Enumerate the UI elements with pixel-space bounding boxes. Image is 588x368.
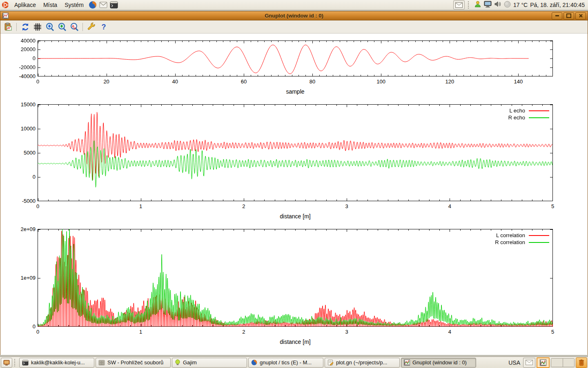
legend-label: L echo [509, 108, 525, 114]
y-tick-label: 5000 [1, 150, 36, 156]
help-icon: ? [99, 22, 108, 31]
configure-button[interactable] [86, 22, 97, 32]
wrench-icon [87, 22, 96, 31]
y-tick-label: 10000 [1, 126, 36, 132]
legend-label: R echo [508, 114, 525, 121]
x-tick-label: 40 [159, 79, 192, 85]
x-tick-label: 3 [330, 203, 363, 209]
x-tick-label: 20 [90, 79, 123, 85]
toolbar-separator [82, 23, 83, 31]
weather-icon[interactable] [504, 1, 511, 9]
applet-handle[interactable] [468, 1, 471, 9]
mail-notification-icon[interactable] [453, 0, 465, 9]
mail-launcher-icon[interactable] [99, 0, 108, 9]
menu-system[interactable]: Systém [61, 0, 87, 10]
x-tick-label: 4 [433, 203, 466, 209]
task-button-3[interactable]: Gajim [172, 358, 247, 368]
show-desktop-icon [3, 360, 10, 366]
toggle-grid-button[interactable] [32, 22, 43, 32]
svg-text:?: ? [101, 23, 106, 31]
trash-applet[interactable] [576, 357, 587, 368]
replot-button[interactable] [20, 22, 31, 32]
legend-line-swatch [529, 110, 549, 111]
x-tick-label: 100 [365, 79, 397, 85]
y-tick-label: 0 [1, 174, 36, 180]
workspace-1[interactable] [551, 359, 563, 367]
applet-handle[interactable] [14, 359, 17, 366]
y-tick-label: 40000 [1, 38, 36, 44]
volume-icon[interactable] [494, 1, 501, 9]
menu-places[interactable]: Místa [40, 0, 61, 10]
y-tick-label: 2e+09 [1, 226, 36, 232]
show-desktop-button[interactable] [1, 358, 12, 368]
legend-label: R correlation [495, 239, 525, 245]
x-axis-label: sample [254, 88, 336, 95]
x-tick-label: 80 [296, 79, 329, 85]
window-list: kaklik@kaklik-kolej-u...SW - Prohlížeč s… [19, 358, 476, 368]
y-tick-label: 15000 [1, 101, 36, 108]
window-title: Gnuplot (window id : 0) [0, 13, 588, 19]
firefox-launcher-icon[interactable] [88, 0, 97, 9]
x-tick-label: 60 [227, 79, 260, 85]
task-button-label: kaklik@kaklik-kolej-u... [31, 359, 85, 366]
temperature-label: 17 °C [513, 2, 528, 8]
task-button-1[interactable]: kaklik@kaklik-kolej-u... [19, 358, 94, 368]
desktop-screen: Aplikace Místa Systém [0, 0, 588, 368]
file-manager-icon [98, 360, 105, 366]
zoom-previous-button[interactable] [44, 22, 55, 32]
task-button-label: Gnuplot (window id : 0) [412, 359, 467, 366]
help-button[interactable]: ? [98, 22, 109, 32]
gnome-top-panel: Aplikace Místa Systém [0, 0, 588, 10]
autoscale-button[interactable] [69, 22, 80, 32]
text-editor-icon [327, 359, 334, 366]
x-tick-label: 2 [227, 329, 260, 335]
x-axis-label: distance [m] [254, 213, 336, 220]
legend-line-swatch [529, 117, 549, 118]
x-tick-label: 0 [22, 79, 54, 85]
task-button-label: plot.gn (~/projects/p... [336, 359, 387, 366]
zoom-next-button[interactable] [56, 22, 67, 32]
ubuntu-logo-icon[interactable] [1, 0, 10, 9]
panel-tray-area: 17 °C Pá, 18. září, 21:40:45 [453, 0, 588, 9]
x-tick-label: 4 [433, 329, 466, 335]
x-tick-label: 120 [433, 79, 466, 85]
legend-entry: R echo [508, 114, 549, 121]
gajim-icon [175, 359, 180, 366]
correlation-plot-canvas[interactable] [38, 229, 553, 327]
x-axis-label: distance [m] [254, 339, 336, 345]
workspace-switcher[interactable] [551, 358, 575, 367]
legend-entry: R correlation [495, 239, 549, 245]
gnuplot-plot-surface: -40000-200000200004000002040608010012014… [0, 34, 588, 355]
copy-plot-button[interactable] [2, 22, 13, 32]
tray-gnuplot-icon[interactable] [537, 357, 550, 368]
echo-plot-canvas[interactable] [38, 104, 553, 201]
copy-plot-icon [4, 22, 13, 31]
x-tick-label: 140 [502, 79, 535, 85]
legend-entry: L correlation [496, 232, 549, 238]
x-tick-label: 1 [125, 329, 157, 335]
tray-mail-icon[interactable] [523, 358, 535, 368]
task-button-6[interactable]: Gnuplot (window id : 0) [401, 358, 476, 368]
task-button-4[interactable]: gnuplot / tics (E) - M... [248, 358, 323, 368]
x-tick-label: 3 [330, 329, 363, 335]
user-switcher-icon[interactable] [474, 0, 481, 9]
legend-line-swatch [529, 235, 549, 236]
clock-applet[interactable]: Pá, 18. září, 21:40:45 [530, 2, 585, 8]
gnuplot-toolbar: ? [0, 20, 588, 34]
terminal-launcher-icon[interactable] [109, 0, 118, 9]
task-button-2[interactable]: SW - Prohlížeč souborů [96, 358, 171, 368]
task-button-5[interactable]: plot.gn (~/projects/p... [325, 358, 400, 368]
display-settings-icon[interactable] [484, 1, 492, 9]
firefox-icon [251, 359, 257, 366]
keyboard-layout-indicator[interactable]: USA [508, 359, 520, 366]
menu-applications[interactable]: Aplikace [11, 0, 40, 10]
zoom-previous-icon [45, 22, 54, 31]
terminal-icon [22, 360, 29, 366]
window-titlebar[interactable]: Gnuplot (window id : 0) [0, 11, 588, 20]
sample-waveform-plot-canvas[interactable] [38, 40, 553, 76]
y-tick-label: 0 [1, 55, 36, 61]
y-tick-label: 20000 [1, 46, 36, 52]
workspace-2[interactable] [563, 359, 575, 367]
task-button-label: Gajim [183, 359, 197, 366]
x-tick-label: 5 [537, 329, 569, 335]
